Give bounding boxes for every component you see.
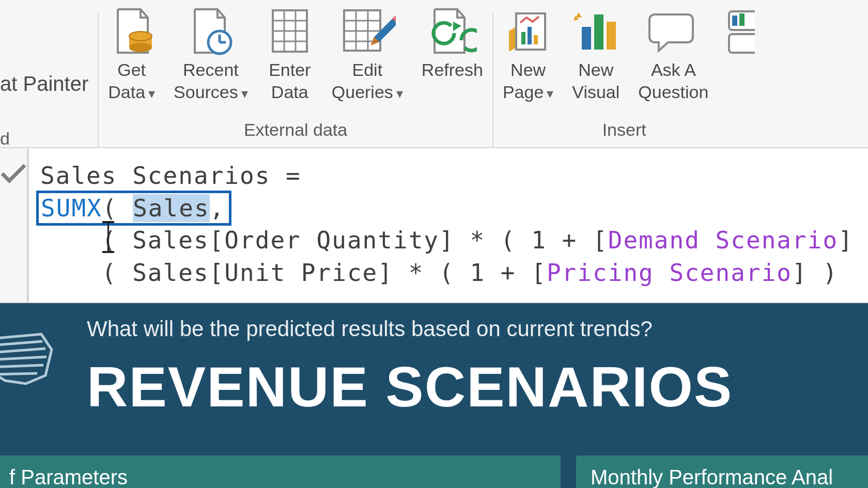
formula-bar: Sales Scenarios = SUMX( Sales, ( Sales[O… (0, 147, 868, 303)
monthly-performance-card-title: Monthly Performance Anal (591, 466, 833, 488)
refresh-label: Refresh (422, 59, 483, 81)
external-data-group-label: External data (99, 117, 492, 147)
report-canvas[interactable]: What will be the predicted results based… (0, 303, 868, 488)
ask-question-label: Ask A Question (638, 59, 708, 103)
svg-rect-25 (521, 32, 525, 44)
new-visual-button[interactable]: New Visual (563, 6, 629, 117)
ribbon-left-fragment: at Painter d (0, 0, 98, 147)
svg-rect-29 (594, 14, 603, 50)
pricing-scenario-measure: Pricing Scenario (547, 259, 792, 287)
insert-group-label: Insert (493, 117, 755, 147)
sumx-function: SUMX (41, 194, 102, 222)
monthly-performance-card-fragment[interactable]: Monthly Performance Anal (576, 455, 868, 488)
recent-sources-button[interactable]: Recent Sources▾ (164, 6, 257, 117)
refresh-button[interactable]: Refresh (412, 6, 492, 117)
enter-data-button[interactable]: Enter Data (257, 6, 322, 117)
format-painter-fragment[interactable]: at Painter (0, 0, 88, 96)
us-map-icon (0, 319, 57, 396)
demand-scenario-measure: Demand Scenario (608, 226, 838, 254)
get-data-label: Get Data▾ (108, 59, 155, 103)
report-cards-row: f Parameters Monthly Performance Anal (0, 455, 868, 488)
svg-line-40 (0, 365, 43, 367)
new-page-icon (505, 3, 551, 59)
parameters-card-title: f Parameters (9, 466, 128, 488)
svg-rect-27 (534, 35, 538, 44)
svg-line-39 (0, 357, 47, 360)
enter-data-label: Enter Data (269, 59, 311, 103)
recent-sources-label: Recent Sources▾ (174, 59, 248, 103)
get-data-button[interactable]: Get Data▾ (99, 6, 164, 117)
refresh-icon (427, 3, 477, 59)
svg-rect-36 (729, 34, 755, 53)
new-page-button[interactable]: New Page▾ (493, 6, 563, 117)
svg-line-38 (0, 349, 45, 353)
new-visual-label: New Visual (572, 59, 619, 103)
insert-group: New Page▾ New Visual (493, 6, 755, 147)
measure-name: Sales Scenarios (40, 162, 270, 190)
edit-queries-icon (339, 3, 396, 59)
clipboard-group-fragment: d (0, 96, 88, 149)
svg-line-37 (0, 341, 42, 345)
svg-rect-26 (528, 27, 532, 44)
svg-point-2 (129, 43, 152, 52)
recent-sources-icon (188, 3, 234, 59)
svg-marker-23 (509, 27, 516, 52)
edit-queries-button[interactable]: Edit Queries▾ (322, 6, 412, 117)
checkmark-icon (0, 163, 27, 184)
enter-data-icon (267, 3, 313, 59)
ribbon-toolbar: at Painter d Get Data▾ (0, 0, 868, 147)
new-visual-icon (572, 3, 619, 59)
external-data-group: Get Data▾ Recent Sources▾ (99, 6, 492, 147)
parameters-card-fragment[interactable]: f Parameters (0, 455, 561, 488)
svg-rect-28 (582, 27, 591, 50)
ask-a-question-button[interactable]: Ask A Question (629, 6, 718, 117)
svg-rect-34 (732, 15, 737, 26)
report-subtitle: What will be the predicted results based… (87, 317, 653, 341)
new-page-label: New Page▾ (503, 59, 553, 103)
ask-question-icon (647, 3, 699, 59)
svg-rect-30 (607, 22, 616, 50)
sales-table-ref: Sales (133, 194, 209, 222)
svg-rect-35 (739, 13, 745, 26)
svg-line-41 (0, 373, 37, 374)
formula-commit-button[interactable] (0, 148, 28, 302)
get-data-icon (109, 3, 155, 59)
formula-highlight-box: SUMX( Sales, (36, 191, 231, 226)
edit-queries-label: Edit Queries▾ (332, 59, 403, 103)
report-title: REVENUE SCENARIOS (87, 354, 733, 419)
buttons-button-fragment[interactable] (718, 6, 755, 117)
buttons-icon-fragment (727, 3, 755, 59)
formula-editor[interactable]: Sales Scenarios = SUMX( Sales, ( Sales[O… (29, 148, 868, 302)
